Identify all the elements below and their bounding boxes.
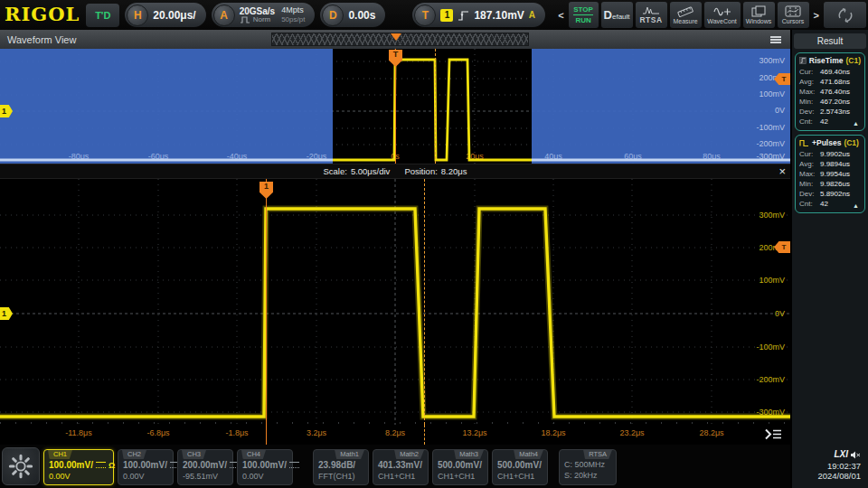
windows-label: Windows bbox=[746, 18, 771, 24]
measurement-name: +Pulses bbox=[812, 138, 841, 147]
horizontal-key[interactable]: H bbox=[127, 5, 148, 26]
channel-ch1-block[interactable]: CH1 100.00mV/ Ω 0.00V bbox=[43, 449, 114, 485]
overview-plot[interactable]: 300mV 200mV 100mV 0V -100mV -200mV -300m… bbox=[0, 49, 790, 164]
oscilloscope-screen: RIGOL T'D H 20.00μs/ A 20GSa/s Norm 4Mpt… bbox=[0, 0, 868, 488]
channel-tab: CH4 bbox=[241, 450, 266, 459]
channel-ch4-block[interactable]: CH4 100.00mV/ 0.00V bbox=[237, 449, 293, 485]
toolbar-scroll-right-icon[interactable]: > bbox=[812, 10, 821, 21]
measurement-source: (C1) bbox=[845, 56, 861, 65]
cursors-button[interactable]: Cursors bbox=[778, 2, 809, 28]
run-label: RUN bbox=[575, 16, 590, 24]
rtsa-block[interactable]: RTSA C: 500MHz S: 20kHz bbox=[559, 449, 617, 485]
norm-pulse-icon bbox=[240, 16, 250, 23]
windows-button[interactable]: Windows bbox=[743, 2, 775, 28]
toolbar-scroll-left-icon[interactable]: < bbox=[556, 10, 565, 21]
measurement-row: Cnt:42 bbox=[799, 117, 861, 127]
zoom-time-label: -1.8μs bbox=[214, 428, 259, 437]
timebase-value: 20.00μs/ bbox=[153, 9, 195, 22]
zoom-cursor-line bbox=[424, 179, 425, 425]
delay-menu-button[interactable]: D 0.00s bbox=[320, 3, 385, 27]
channel-ch2-block[interactable]: CH2 100.00mV/ 0.00V bbox=[118, 449, 174, 485]
trigger-menu-button[interactable]: T 1 187.10mV A bbox=[412, 3, 545, 27]
zoom-time-label: -11.8μs bbox=[56, 428, 101, 437]
horizontal-menu-button[interactable]: H 20.00μs/ bbox=[125, 3, 205, 27]
zoom-time-label: 18.2μs bbox=[531, 428, 576, 437]
trigger-source-badge: 1 bbox=[440, 9, 453, 22]
acquire-menu-button[interactable]: A 20GSa/s Norm 4Mpts 50ps/pt bbox=[212, 3, 316, 27]
scale-label: Scale: bbox=[323, 166, 346, 176]
run-stop-button[interactable]: STOP RUN bbox=[569, 2, 599, 28]
math-scale: 500.00mV/ bbox=[497, 460, 542, 470]
math2-block[interactable]: Math2 401.33mV/ CH1+CH1 bbox=[373, 449, 429, 485]
collapse-icon[interactable]: ▲ bbox=[853, 202, 859, 209]
trigger-key[interactable]: T bbox=[414, 5, 436, 26]
cursors-label: Cursors bbox=[782, 18, 805, 24]
rtsa-button[interactable]: RTSA bbox=[636, 2, 667, 28]
zoom-time-label: 23.2μs bbox=[609, 428, 655, 437]
math-expression: CH1+CH1 bbox=[438, 472, 487, 481]
rtsa-tab: RTSA bbox=[583, 450, 612, 459]
measure-button[interactable]: Measure bbox=[670, 2, 702, 28]
wavecont-button[interactable]: WaveCont bbox=[704, 2, 741, 28]
default-label: Default bbox=[604, 8, 630, 22]
channel-offset: 0.00V bbox=[123, 472, 173, 481]
wavecont-label: WaveCont bbox=[707, 18, 736, 24]
math1-block[interactable]: Math1 23.98dB/ FFT(CH1) bbox=[313, 449, 369, 485]
knob-button[interactable] bbox=[824, 2, 866, 28]
measurement-row: Avg:471.68ns bbox=[799, 77, 861, 87]
measurement-risetime[interactable]: RiseTime (C1) Cur:469.40ns Avg:471.68ns … bbox=[795, 52, 865, 131]
zoom-time-axis: -11.8μs -6.8μs -1.8μs 3.2μs 8.2μs 13.2μs… bbox=[0, 425, 790, 445]
trigger-level: 187.10mV bbox=[474, 9, 524, 22]
math-tab: Math2 bbox=[394, 450, 424, 459]
math-expression: CH1+CH1 bbox=[378, 472, 428, 481]
system-info[interactable]: LXI 19:02:37 2024/08/01 bbox=[792, 446, 868, 488]
bottom-bar: CH1 100.00mV/ Ω 0.00V CH2 100.00mV/ 0.00… bbox=[0, 445, 790, 488]
channel-scale: 100.00mV/ bbox=[123, 460, 167, 470]
cursors-icon bbox=[785, 5, 801, 17]
math4-block[interactable]: Math4 500.00mV/ CH1+CH1 bbox=[492, 449, 548, 485]
channel-tab: CH2 bbox=[122, 450, 146, 459]
channel-ch3-block[interactable]: CH3 200.00mV/ Ω -95.51mV bbox=[177, 449, 233, 485]
measurement-source: (C1) bbox=[844, 138, 859, 147]
menu-icon[interactable] bbox=[770, 36, 781, 43]
dc-coupling-icon bbox=[289, 462, 299, 468]
settings-gear-button[interactable] bbox=[2, 447, 40, 485]
zoom-menu-icon[interactable] bbox=[764, 427, 784, 445]
acquire-key[interactable]: A bbox=[213, 5, 235, 26]
zoom-plot[interactable]: 300mV 200mV 100mV 0V -100mV -200mV -300m… bbox=[0, 179, 790, 425]
default-button[interactable]: Default bbox=[601, 2, 633, 28]
rtsa-label: RTSA bbox=[639, 15, 662, 24]
window-position-marker[interactable] bbox=[391, 33, 401, 41]
measurement-row: Cur:9.9902us bbox=[799, 149, 861, 159]
channel-tab: CH3 bbox=[182, 450, 206, 459]
delay-value: 0.00s bbox=[348, 9, 375, 22]
impedance: Ω bbox=[108, 461, 115, 470]
delay-key[interactable]: D bbox=[322, 5, 344, 26]
channel-scale: 100.00mV/ bbox=[49, 460, 93, 470]
windows-icon bbox=[751, 5, 766, 17]
overview-cursor-line bbox=[435, 49, 436, 164]
close-zoom-icon[interactable]: × bbox=[778, 164, 786, 179]
channel-offset: -95.51mV bbox=[183, 472, 232, 481]
measurement-row: Dev:2.5743ns bbox=[799, 107, 861, 117]
measurement-pulses[interactable]: +Pulses (C1) Cur:9.9902us Avg:9.9894us M… bbox=[795, 135, 865, 213]
trigger-status-badge: T'D bbox=[86, 4, 119, 27]
collapse-icon[interactable]: ▲ bbox=[853, 120, 859, 127]
measurement-row: Min:467.20ns bbox=[799, 97, 861, 107]
math3-block[interactable]: Math3 500.00mV/ CH1+CH1 bbox=[432, 449, 488, 485]
measurement-row: Cur:469.40ns bbox=[799, 67, 861, 77]
header-toolbar: < STOP RUN Default RTSA Measure bbox=[556, 2, 866, 28]
math-expression: FFT(CH1) bbox=[318, 472, 368, 481]
acquisition-nav-strip[interactable] bbox=[271, 33, 529, 46]
zoom-time-label: 8.2μs bbox=[373, 428, 418, 437]
stop-label: STOP bbox=[573, 5, 593, 15]
zoom-scale-bar: Scale: 5.00μs/div Position: 8.20μs × bbox=[0, 164, 790, 179]
channel-scale: 200.00mV/ bbox=[183, 460, 227, 470]
channel-offset: 0.00V bbox=[49, 472, 113, 481]
measurement-row: Max:9.9954us bbox=[799, 169, 861, 179]
trigger-line-extension bbox=[266, 425, 267, 445]
rtsa-center-freq: C: 500MHz bbox=[564, 460, 605, 469]
measurement-row: Avg:9.9894us bbox=[799, 159, 861, 169]
cursor-line-extension bbox=[424, 425, 425, 445]
measurement-row: Cnt:42 bbox=[799, 199, 861, 209]
